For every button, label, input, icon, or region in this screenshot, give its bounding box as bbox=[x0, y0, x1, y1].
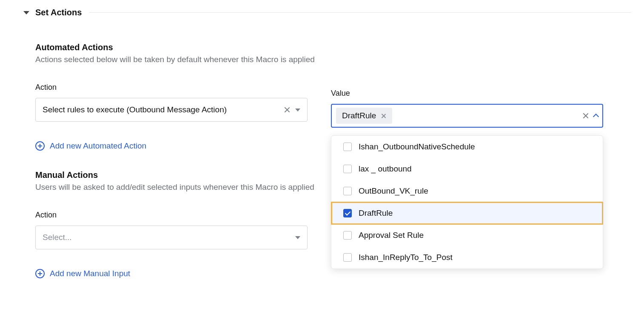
clear-icon[interactable] bbox=[582, 112, 590, 120]
value-multiselect[interactable]: DraftRule bbox=[331, 104, 603, 128]
add-manual-input[interactable]: Add new Manual Input bbox=[35, 269, 622, 278]
automated-title: Automated Actions bbox=[35, 43, 622, 52]
value-chip: DraftRule bbox=[336, 108, 392, 124]
checkbox[interactable] bbox=[343, 143, 352, 151]
chevron-up-icon[interactable] bbox=[593, 114, 599, 120]
option[interactable]: Ishan_InReplyTo_To_Post bbox=[331, 246, 603, 269]
option[interactable]: Ishan_OutboundNativeSchedule bbox=[331, 136, 603, 158]
checkbox[interactable] bbox=[343, 187, 352, 195]
manual-action-select[interactable]: Select... bbox=[35, 226, 308, 249]
manual-action-label: Action bbox=[35, 211, 308, 220]
add-automated-label: Add new Automated Action bbox=[50, 141, 146, 151]
caret-down-icon[interactable] bbox=[23, 11, 29, 14]
option[interactable]: Approval Set Rule bbox=[331, 224, 603, 246]
divider bbox=[89, 12, 631, 13]
option-label: OutBound_VK_rule bbox=[359, 186, 428, 196]
section-header: Set Actions bbox=[23, 8, 631, 17]
clear-icon[interactable] bbox=[283, 106, 291, 114]
option-label: lax _ outbound bbox=[359, 164, 412, 174]
action-select[interactable]: Select rules to execute (Outbound Messag… bbox=[35, 98, 308, 122]
value-label: Value bbox=[331, 89, 603, 98]
chevron-down-icon[interactable] bbox=[295, 236, 300, 239]
action-select-value: Select rules to execute (Outbound Messag… bbox=[43, 105, 283, 114]
value-dropdown: Ishan_OutboundNativeSchedule lax _ outbo… bbox=[331, 135, 603, 269]
option-label: Ishan_InReplyTo_To_Post bbox=[359, 253, 453, 262]
action-label: Action bbox=[35, 83, 308, 92]
chip-remove-icon[interactable] bbox=[380, 112, 388, 120]
checkbox[interactable] bbox=[343, 253, 352, 262]
manual-action-placeholder: Select... bbox=[43, 233, 295, 242]
section-title: Set Actions bbox=[35, 8, 82, 17]
checkbox-checked[interactable] bbox=[343, 209, 352, 217]
checkbox[interactable] bbox=[343, 231, 352, 240]
option[interactable]: OutBound_VK_rule bbox=[331, 180, 603, 202]
add-manual-label: Add new Manual Input bbox=[50, 269, 130, 278]
automated-desc: Actions selected below will be taken by … bbox=[35, 55, 622, 64]
option[interactable]: lax _ outbound bbox=[331, 158, 603, 180]
option-selected[interactable]: DraftRule bbox=[331, 202, 603, 224]
plus-circle-icon bbox=[35, 141, 45, 151]
option-label: Approval Set Rule bbox=[359, 231, 424, 240]
option-label: DraftRule bbox=[359, 209, 393, 218]
checkbox[interactable] bbox=[343, 165, 352, 173]
plus-circle-icon bbox=[35, 269, 45, 278]
chevron-down-icon[interactable] bbox=[295, 109, 300, 111]
value-chip-label: DraftRule bbox=[342, 111, 376, 120]
option-label: Ishan_OutboundNativeSchedule bbox=[359, 142, 475, 151]
